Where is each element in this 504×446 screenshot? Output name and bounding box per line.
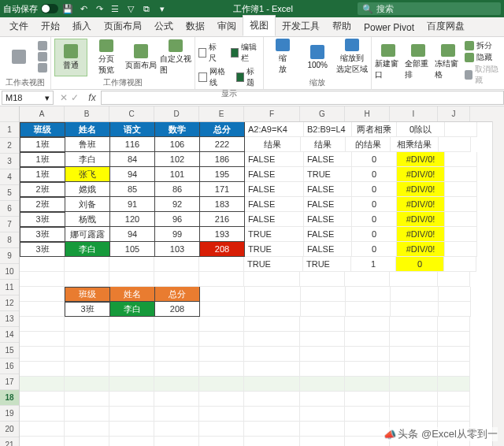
cell[interactable]: [345, 317, 390, 332]
row-header[interactable]: 14: [0, 327, 19, 343]
col-E[interactable]: E: [199, 106, 244, 121]
cell[interactable]: 208: [200, 242, 245, 257]
cell[interactable]: [390, 347, 438, 362]
cell[interactable]: 193: [200, 227, 245, 242]
cell[interactable]: 总分: [200, 122, 245, 137]
cell[interactable]: [199, 317, 244, 332]
cell[interactable]: [300, 347, 345, 362]
cell[interactable]: [199, 407, 244, 422]
cell[interactable]: FALSE: [245, 152, 304, 167]
cell[interactable]: [65, 317, 109, 332]
cell[interactable]: TRUE: [303, 257, 351, 272]
cell[interactable]: [445, 122, 477, 137]
cell[interactable]: B2:B9=L4: [304, 122, 352, 137]
save-icon[interactable]: 💾: [61, 2, 74, 15]
cell[interactable]: [109, 257, 154, 272]
col-A[interactable]: A: [20, 106, 65, 121]
cell[interactable]: [154, 317, 199, 332]
cell[interactable]: TRUE: [245, 227, 304, 242]
cell[interactable]: [438, 362, 470, 377]
view-pagebreak[interactable]: 分页 预览: [91, 39, 122, 76]
cancel-icon[interactable]: ✕: [60, 92, 68, 103]
row-header[interactable]: 2: [0, 138, 19, 154]
cell[interactable]: [154, 272, 199, 287]
cell[interactable]: 116: [110, 137, 155, 152]
cell[interactable]: [244, 422, 300, 437]
cell[interactable]: [244, 362, 300, 377]
zoom-to-selection[interactable]: 缩放到 选定区域: [336, 39, 368, 75]
cell[interactable]: [345, 377, 390, 392]
filter-icon[interactable]: ▽: [124, 2, 137, 15]
cell[interactable]: 0: [352, 242, 397, 257]
zoom-button[interactable]: 缩 放: [267, 39, 298, 75]
sheetview-keep[interactable]: [3, 39, 35, 75]
cell[interactable]: [244, 407, 300, 422]
formula-input[interactable]: [101, 91, 504, 105]
cell[interactable]: [65, 437, 109, 446]
cell[interactable]: [391, 302, 439, 317]
cell[interactable]: [438, 332, 470, 347]
cell[interactable]: #DIV/0!: [397, 212, 445, 227]
cell[interactable]: [199, 347, 244, 362]
autosave-toggle[interactable]: 自动保存: [3, 3, 58, 15]
cell[interactable]: [154, 347, 199, 362]
cell[interactable]: [109, 347, 154, 362]
cell[interactable]: [20, 362, 65, 377]
cell[interactable]: [199, 437, 244, 446]
cell[interactable]: #DIV/0!: [397, 197, 445, 212]
cell[interactable]: #DIV/0!: [397, 227, 445, 242]
cell[interactable]: [445, 182, 477, 197]
unhide-button[interactable]: 取消隐藏: [465, 64, 501, 86]
cell[interactable]: [109, 377, 154, 392]
cell[interactable]: [244, 437, 300, 446]
cell[interactable]: [20, 272, 65, 287]
cell[interactable]: 1班: [20, 167, 65, 182]
cell[interactable]: [445, 152, 477, 167]
cell[interactable]: [154, 332, 199, 347]
cell[interactable]: [445, 212, 477, 227]
cell[interactable]: 娜可露露: [65, 227, 110, 242]
cell[interactable]: 105: [110, 242, 155, 257]
cell[interactable]: [20, 422, 65, 437]
cell[interactable]: 0: [352, 227, 397, 242]
enter-icon[interactable]: ✓: [71, 92, 79, 103]
row-header[interactable]: 8: [0, 232, 19, 248]
row-header[interactable]: 21: [0, 437, 19, 446]
cell[interactable]: [345, 332, 390, 347]
new-window[interactable]: 新建窗口: [375, 44, 402, 80]
cell[interactable]: [390, 362, 438, 377]
cell[interactable]: [445, 242, 477, 257]
row-header[interactable]: 20: [0, 422, 19, 437]
cell[interactable]: 数学: [155, 122, 200, 137]
cell[interactable]: [199, 377, 244, 392]
cell[interactable]: [300, 377, 345, 392]
cell[interactable]: [199, 392, 244, 407]
row-header[interactable]: 7: [0, 217, 19, 232]
row-header[interactable]: 12: [0, 295, 19, 311]
cell[interactable]: 222: [200, 137, 245, 152]
cells-grid[interactable]: 班级姓名语文数学总分A2:A9=K4B2:B9=L4两者相乘0除以1班鲁班116…: [20, 122, 504, 446]
col-J[interactable]: J: [438, 106, 470, 121]
tab-insert[interactable]: 插入: [66, 17, 98, 36]
cell[interactable]: 鲁班: [65, 137, 110, 152]
cell[interactable]: 班级: [65, 287, 110, 302]
cell[interactable]: 2班: [20, 197, 65, 212]
cell[interactable]: 99: [155, 227, 200, 242]
row-header[interactable]: 6: [0, 201, 19, 217]
row-header[interactable]: 5: [0, 185, 19, 201]
cell[interactable]: [20, 302, 65, 317]
cell[interactable]: 刘备: [65, 197, 110, 212]
row-header[interactable]: 15: [0, 343, 19, 359]
cell[interactable]: [244, 347, 300, 362]
row-header[interactable]: 4: [0, 169, 19, 185]
cell[interactable]: [154, 377, 199, 392]
cell[interactable]: 结果: [245, 137, 301, 152]
cell[interactable]: 208: [155, 302, 200, 317]
cell[interactable]: #DIV/0!: [397, 242, 445, 257]
col-D[interactable]: D: [154, 106, 199, 121]
cell[interactable]: [439, 287, 471, 302]
row-header[interactable]: 10: [0, 264, 19, 280]
cell[interactable]: [300, 317, 345, 332]
cell[interactable]: [199, 362, 244, 377]
cell[interactable]: 1班: [20, 137, 65, 152]
